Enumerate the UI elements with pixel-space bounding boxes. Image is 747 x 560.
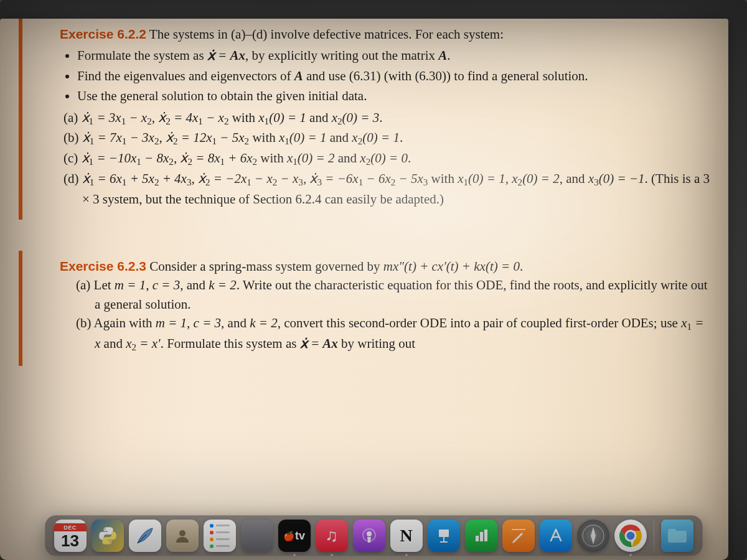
part-a: (a) ẋ1 = 3x1 − x2, ẋ2 = 4x1 − x2 with x1… bbox=[63, 108, 710, 129]
podcasts-app-icon[interactable] bbox=[353, 520, 385, 552]
parts-list: (a) Let m = 1, c = 3, and k = 2. Write o… bbox=[76, 276, 710, 354]
textbook-page: Exercise 6.2.2 The systems in (a)–(d) in… bbox=[0, 19, 728, 560]
podium-icon bbox=[435, 527, 453, 544]
calendar-app-icon[interactable]: DEC 13 bbox=[54, 520, 87, 552]
instruction-list: Formulate the system as ẋ = Ax, by expli… bbox=[77, 46, 710, 105]
desktop-screen: Exercise 6.2.2 The systems in (a)–(d) in… bbox=[0, 0, 747, 560]
running-indicator-dot bbox=[293, 554, 296, 556]
podcast-icon bbox=[360, 526, 378, 545]
dock-container: DEC 13 🍎tv bbox=[0, 515, 747, 556]
svg-rect-8 bbox=[480, 532, 483, 541]
python-app-icon[interactable] bbox=[92, 520, 124, 552]
parts-list: (a) ẋ1 = 3x1 − x2, ẋ2 = 4x1 − x2 with x1… bbox=[63, 108, 710, 208]
folder-icon[interactable] bbox=[661, 520, 693, 552]
exercise-intro: The systems in (a)–(d) involve defective… bbox=[149, 27, 504, 42]
notion-app-icon[interactable]: N bbox=[390, 520, 423, 552]
chrome-app-icon[interactable] bbox=[614, 520, 647, 552]
document-viewport: Exercise 6.2.2 The systems in (a)–(d) in… bbox=[0, 0, 747, 560]
instruction-item: Formulate the system as ẋ = Ax, by expli… bbox=[77, 46, 710, 65]
person-icon bbox=[173, 526, 192, 545]
running-indicator-dot bbox=[331, 554, 333, 556]
svg-rect-6 bbox=[440, 541, 448, 543]
letter-n-icon: N bbox=[400, 526, 412, 546]
feather-icon bbox=[134, 525, 156, 547]
svg-point-2 bbox=[367, 531, 372, 536]
pages-app-icon[interactable] bbox=[502, 520, 535, 552]
calendar-month: DEC bbox=[54, 523, 87, 531]
pen-icon bbox=[510, 528, 527, 544]
running-indicator-dot bbox=[405, 554, 408, 556]
part-b: (b) Again with m = 1, c = 3, and k = 2, … bbox=[76, 314, 710, 354]
python-icon bbox=[97, 525, 118, 546]
exercise-title: Exercise 6.2.2 bbox=[60, 27, 146, 41]
part-a: (a) Let m = 1, c = 3, and k = 2. Write o… bbox=[76, 276, 710, 314]
svg-point-1 bbox=[179, 530, 186, 536]
part-c: (c) ẋ1 = −10x1 − 8x2, ẋ2 = 8x1 + 6x2 wit… bbox=[63, 149, 710, 169]
safari-alt-icon[interactable] bbox=[577, 520, 609, 552]
svg-marker-12 bbox=[591, 527, 596, 544]
blank-app-icon[interactable] bbox=[241, 520, 273, 552]
music-note-icon: ♫ bbox=[325, 526, 338, 546]
keynote-app-icon[interactable] bbox=[428, 520, 460, 552]
tv-label: 🍎tv bbox=[283, 530, 305, 543]
chrome-icon bbox=[617, 522, 644, 549]
apple-tv-app-icon[interactable]: 🍎tv bbox=[278, 520, 311, 552]
app-store-icon[interactable] bbox=[540, 520, 572, 552]
instruction-item: Find the eigenvalues and eigenvectors of… bbox=[77, 67, 710, 85]
exercise-title: Exercise 6.2.3 bbox=[60, 259, 146, 273]
svg-rect-7 bbox=[476, 536, 479, 541]
contacts-app-icon[interactable] bbox=[166, 520, 199, 552]
exercise-6-2-3: Exercise 6.2.3 Consider a spring-mass sy… bbox=[19, 251, 728, 366]
svg-rect-4 bbox=[439, 530, 449, 537]
letter-a-icon bbox=[547, 526, 565, 545]
bar-chart-icon bbox=[472, 527, 490, 544]
exercise-intro: Consider a spring-mass system governed b… bbox=[149, 259, 523, 274]
music-app-icon[interactable]: ♫ bbox=[316, 520, 348, 552]
numbers-app-icon[interactable] bbox=[465, 520, 497, 552]
compass-icon bbox=[581, 523, 606, 548]
svg-rect-5 bbox=[443, 537, 444, 542]
svg-rect-9 bbox=[484, 530, 487, 541]
instruction-item: Use the general solution to obtain the g… bbox=[77, 86, 710, 105]
exercise-6-2-2: Exercise 6.2.2 The systems in (a)–(d) in… bbox=[19, 19, 728, 220]
reminders-app-icon[interactable] bbox=[204, 520, 236, 552]
part-b: (b) ẋ1 = 7x1 − 3x2, ẋ2 = 12x1 − 5x2 with… bbox=[63, 128, 710, 149]
list-lines-icon bbox=[210, 524, 230, 548]
dock-separator bbox=[654, 521, 654, 551]
tex-app-icon[interactable] bbox=[129, 520, 161, 552]
svg-rect-10 bbox=[512, 529, 525, 530]
part-d: (d) ẋ1 = 6x1 + 5x2 + 4x3, ẋ2 = −2x1 − x2… bbox=[63, 169, 710, 208]
running-indicator-dot bbox=[629, 554, 632, 556]
folder-shape-icon bbox=[667, 527, 688, 544]
calendar-day: 13 bbox=[61, 531, 79, 549]
macos-dock: DEC 13 🍎tv bbox=[45, 515, 703, 556]
